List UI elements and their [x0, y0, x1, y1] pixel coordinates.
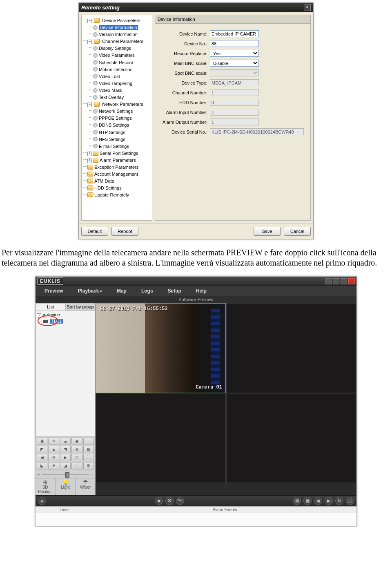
- settings-tree[interactable]: − Device Parameters Device Information V…: [81, 15, 152, 221]
- tree-atm-data[interactable]: ATM Data: [94, 179, 114, 183]
- tree-video-lost[interactable]: Video Lost: [99, 74, 120, 79]
- ptz-record-icon[interactable]: ◉: [71, 438, 82, 445]
- tree-exception-parameters[interactable]: Exception Parameters: [94, 165, 138, 170]
- device-name-input[interactable]: [210, 30, 259, 37]
- tab-sort-by-group[interactable]: Sort by group: [65, 303, 95, 311]
- tree-alarm-parameters[interactable]: Alarm Parameters: [100, 158, 136, 163]
- minimize-icon[interactable]: [333, 278, 339, 284]
- tree-hdd-settings[interactable]: HDD Settings: [94, 185, 122, 190]
- tree-ddns-settings[interactable]: DDNS Settings: [99, 123, 129, 128]
- tree-video-mask[interactable]: Video Mask: [99, 88, 122, 93]
- menu-map[interactable]: Map: [109, 286, 134, 296]
- fullscreen-icon[interactable]: ⛶: [346, 497, 354, 505]
- tree-motion-detection[interactable]: Motion Detection: [99, 67, 133, 72]
- menu-help[interactable]: Help: [189, 286, 214, 296]
- video-cell-1[interactable]: 08-27-2010 Fri 16:55:53 Camera 01: [96, 303, 226, 393]
- ptz-fullscreen-icon[interactable]: ⛶: [83, 454, 94, 461]
- ptz-3d-position-button[interactable]: ⊕3D Position: [36, 478, 56, 495]
- tree-video-tampering[interactable]: Video Tampering: [99, 81, 132, 86]
- expand-toggle-icon[interactable]: −: [87, 103, 92, 107]
- expand-toggle-icon[interactable]: −: [87, 40, 92, 44]
- ptz-grid-icon[interactable]: ▦: [83, 446, 94, 453]
- autoswitch-icon[interactable]: ↻: [335, 497, 343, 505]
- main-bnc-select[interactable]: Disable: [210, 60, 259, 67]
- tree-root-device[interactable]: device: [47, 312, 60, 317]
- tree-device-information[interactable]: Device Information: [99, 25, 138, 30]
- menu-playback[interactable]: Playback: [70, 286, 109, 296]
- ptz-mic-icon[interactable]: ✎: [48, 438, 59, 445]
- ptz-speaker-icon[interactable]: ☁: [60, 438, 71, 445]
- ptz-light-button[interactable]: 💡Light: [56, 478, 76, 495]
- layout-1-icon[interactable]: ▤: [293, 497, 301, 505]
- expand-toggle-icon[interactable]: +: [87, 159, 92, 163]
- reboot-button[interactable]: Reboot: [111, 227, 138, 236]
- ptz-up-left-icon[interactable]: ◤: [37, 446, 47, 453]
- tree-serial-port-settings[interactable]: Serial Port Settings: [100, 151, 138, 156]
- expand-toggle-icon[interactable]: +: [87, 152, 92, 156]
- device-no-input[interactable]: [210, 40, 259, 47]
- tree-pppoe-settings[interactable]: PPPOE Settings: [99, 116, 132, 121]
- snapshot-icon[interactable]: 📷: [176, 497, 184, 505]
- next-page-icon[interactable]: ▶: [325, 497, 333, 505]
- folder-icon: [93, 151, 98, 156]
- ptz-snapshot-icon[interactable]: ▣: [37, 438, 47, 445]
- ptz-down-icon[interactable]: ▼: [48, 462, 59, 469]
- maximize-icon[interactable]: [341, 278, 347, 284]
- slider-thumb[interactable]: [65, 472, 69, 478]
- tree-display-settings[interactable]: Display Settings: [99, 46, 131, 51]
- ptz-up-right-icon[interactable]: ◥: [60, 446, 71, 453]
- record-icon[interactable]: ⦿: [165, 497, 174, 505]
- alarm-icon[interactable]: ▲: [38, 497, 46, 505]
- ptz-focus-icon[interactable]: □: [71, 454, 82, 461]
- tree-camera-tlc1[interactable]: TLC1: [50, 319, 63, 324]
- expand-toggle-icon[interactable]: −: [87, 19, 92, 23]
- slider-track[interactable]: [42, 474, 89, 475]
- collapse-icon[interactable]: −: [37, 313, 41, 318]
- ptz-right-icon[interactable]: ▶: [60, 454, 71, 461]
- tree-schedule-record[interactable]: Schedule Record: [99, 60, 133, 65]
- ptz-iris-icon[interactable]: ◌: [71, 462, 82, 469]
- save-button[interactable]: Save: [254, 227, 281, 236]
- ptz-up-icon[interactable]: ▲: [48, 446, 59, 453]
- ptz-settings-icon[interactable]: ⚙: [83, 462, 94, 469]
- tree-update-remotely[interactable]: Update Remotely: [94, 192, 129, 197]
- ptz-down-left-icon[interactable]: ◣: [37, 462, 47, 469]
- menu-setup[interactable]: Setup: [160, 286, 189, 296]
- tree-account-management[interactable]: Account Management: [94, 172, 138, 177]
- video-cell-2[interactable]: [226, 303, 356, 393]
- video-cell-3[interactable]: [96, 393, 226, 483]
- tree-ntp-settings[interactable]: NTP Settings: [99, 130, 125, 135]
- tree-network-settings[interactable]: Network Settings: [99, 109, 133, 114]
- stop-icon[interactable]: ■: [155, 497, 163, 505]
- close-icon[interactable]: ×: [304, 4, 311, 11]
- prev-page-icon[interactable]: ◀: [314, 497, 322, 505]
- ptz-speed-slider[interactable]: − +: [36, 471, 95, 478]
- default-button[interactable]: Default: [81, 227, 108, 236]
- ptz-down-right-icon[interactable]: ◢: [60, 462, 71, 469]
- tab-list[interactable]: List: [36, 303, 65, 311]
- ptz-zoom-in-icon[interactable]: ⊕: [71, 446, 82, 453]
- tree-video-parameters[interactable]: Video Parameters: [99, 53, 135, 58]
- menu-logs[interactable]: Logs: [134, 286, 160, 296]
- device-tree[interactable]: − ● device TLC1: [36, 311, 95, 436]
- menu-preview[interactable]: Preview: [37, 286, 70, 296]
- video-cell-4[interactable]: [226, 393, 356, 483]
- ptz-auto-icon[interactable]: ⟳: [48, 454, 59, 461]
- tree-channel-parameters[interactable]: Channel Parameters: [102, 39, 143, 44]
- tree-network-parameters[interactable]: Network Parameters: [102, 102, 143, 107]
- folder-icon: [93, 158, 98, 163]
- tree-nfs-settings[interactable]: NFS Settings: [99, 137, 125, 142]
- user-icon[interactable]: [325, 278, 332, 284]
- slider-minus-icon[interactable]: −: [37, 472, 40, 477]
- close-icon[interactable]: [348, 278, 355, 284]
- ptz-wiper-button[interactable]: ☂Wiper: [76, 478, 95, 495]
- record-replace-select[interactable]: Yes: [210, 50, 259, 57]
- slider-plus-icon[interactable]: +: [91, 472, 94, 477]
- layout-2-icon[interactable]: ▦: [303, 497, 312, 505]
- tree-version-information[interactable]: Version Information: [99, 32, 138, 37]
- ptz-left-icon[interactable]: ◀: [37, 454, 47, 461]
- tree-email-settings[interactable]: E-mail Settings: [99, 144, 129, 149]
- cancel-button[interactable]: Cancel: [284, 227, 311, 236]
- tree-text-overlay[interactable]: Text Overlay: [99, 95, 124, 100]
- tree-device-parameters[interactable]: Device Parameters: [102, 18, 140, 23]
